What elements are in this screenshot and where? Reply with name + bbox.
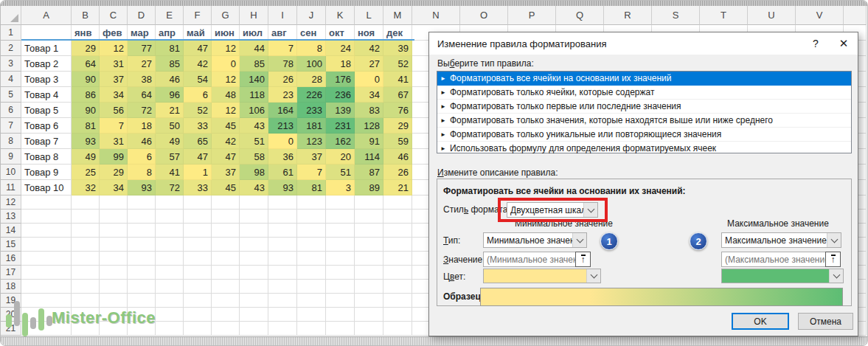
row-header-8[interactable]: 8 <box>1 134 21 149</box>
empty-cell[interactable] <box>240 266 268 280</box>
data-cell[interactable]: 49 <box>156 134 184 149</box>
empty-cell[interactable] <box>21 266 72 280</box>
data-cell[interactable]: 114 <box>355 149 383 165</box>
column-header-J[interactable]: J <box>297 6 326 25</box>
empty-cell[interactable] <box>240 280 268 294</box>
rule-type-item-4[interactable]: ►Форматировать только значения, которые … <box>437 114 851 128</box>
data-cell[interactable]: 34 <box>355 87 383 103</box>
row-header-18[interactable]: 18 <box>1 280 21 294</box>
data-cell[interactable]: 61 <box>268 165 297 180</box>
empty-cell[interactable] <box>72 224 100 238</box>
data-cell[interactable]: 8 <box>128 165 156 180</box>
data-cell[interactable]: 7 <box>297 165 326 180</box>
data-cell[interactable]: 213 <box>268 118 297 134</box>
ok-button[interactable]: OK <box>732 313 789 330</box>
column-header-A[interactable]: A <box>21 6 72 25</box>
empty-cell[interactable] <box>383 266 412 280</box>
empty-cell[interactable] <box>212 252 240 266</box>
data-cell[interactable]: 31 <box>100 56 128 72</box>
empty-cell[interactable] <box>128 252 156 266</box>
empty-cell[interactable] <box>355 266 383 280</box>
empty-cell[interactable] <box>326 210 355 224</box>
data-cell[interactable]: 77 <box>128 41 156 56</box>
row-header-6[interactable]: 6 <box>1 103 21 118</box>
column-header-F[interactable]: F <box>184 6 212 25</box>
empty-cell[interactable] <box>128 224 156 238</box>
column-header-I[interactable]: I <box>268 6 297 25</box>
column-header-E[interactable]: E <box>156 6 184 25</box>
month-header-cell[interactable]: июн <box>212 25 240 41</box>
data-cell[interactable]: 26 <box>268 72 297 87</box>
data-cell[interactable]: 33 <box>184 118 212 134</box>
data-cell[interactable]: 47 <box>184 149 212 165</box>
data-cell[interactable]: 67 <box>383 87 412 103</box>
empty-cell[interactable] <box>297 224 326 238</box>
product-label-cell[interactable]: Товар 4 <box>21 87 72 103</box>
data-cell[interactable]: 46 <box>383 149 412 165</box>
data-cell[interactable]: 87 <box>355 165 383 180</box>
row-header-11[interactable]: 11 <box>1 180 21 196</box>
empty-cell[interactable] <box>72 280 100 294</box>
cancel-button[interactable]: Отмена <box>798 313 853 330</box>
max-value-input[interactable]: (Максимальное значение <box>721 252 826 267</box>
data-cell[interactable]: 85 <box>156 56 184 72</box>
data-cell[interactable]: 106 <box>240 103 268 118</box>
empty-cell[interactable] <box>383 224 412 238</box>
data-cell[interactable]: 93 <box>72 134 100 149</box>
month-header-cell[interactable]: апр <box>156 25 184 41</box>
empty-cell[interactable] <box>212 322 240 336</box>
empty-cell[interactable] <box>355 210 383 224</box>
empty-cell[interactable] <box>100 196 128 210</box>
column-header-N[interactable]: N <box>412 6 460 25</box>
data-cell[interactable]: 181 <box>297 118 326 134</box>
empty-cell[interactable] <box>100 210 128 224</box>
select-all-corner[interactable] <box>1 6 21 25</box>
empty-cell[interactable] <box>240 294 268 308</box>
month-header-cell[interactable]: авг <box>268 25 297 41</box>
data-cell[interactable]: 0 <box>268 134 297 149</box>
data-cell[interactable]: 43 <box>240 180 268 196</box>
data-cell[interactable]: 85 <box>240 56 268 72</box>
empty-cell[interactable] <box>21 210 72 224</box>
data-cell[interactable]: 45 <box>212 118 240 134</box>
data-cell[interactable]: 29 <box>72 41 100 56</box>
data-cell[interactable]: 59 <box>383 134 412 149</box>
data-cell[interactable]: 7 <box>100 118 128 134</box>
empty-cell[interactable] <box>326 238 355 252</box>
empty-cell[interactable] <box>383 252 412 266</box>
data-cell[interactable]: 24 <box>326 41 355 56</box>
data-cell[interactable]: 81 <box>156 41 184 56</box>
data-cell[interactable]: 46 <box>128 134 156 149</box>
data-cell[interactable]: 98 <box>240 165 268 180</box>
empty-cell[interactable] <box>100 224 128 238</box>
row-header-15[interactable]: 15 <box>1 238 21 252</box>
empty-cell[interactable] <box>383 322 412 336</box>
empty-cell[interactable] <box>184 210 212 224</box>
data-cell[interactable]: 64 <box>128 87 156 103</box>
empty-cell[interactable] <box>268 252 297 266</box>
empty-cell[interactable] <box>156 252 184 266</box>
empty-cell[interactable] <box>268 224 297 238</box>
min-type-dropdown[interactable]: Минимальное значение <box>483 232 587 248</box>
empty-cell[interactable] <box>383 308 412 322</box>
empty-cell[interactable] <box>268 308 297 322</box>
empty-cell[interactable] <box>297 266 326 280</box>
product-label-cell[interactable]: Товар 1 <box>21 41 72 56</box>
data-cell[interactable]: 18 <box>326 56 355 72</box>
column-header-G[interactable]: G <box>212 6 240 25</box>
data-cell[interactable]: 89 <box>355 180 383 196</box>
empty-cell[interactable] <box>128 210 156 224</box>
empty-cell[interactable] <box>212 238 240 252</box>
row-header-1[interactable]: 1 <box>1 25 21 41</box>
min-value-input[interactable]: (Минимальное значение <box>483 252 576 267</box>
data-cell[interactable]: 41 <box>383 72 412 87</box>
empty-cell[interactable] <box>128 196 156 210</box>
empty-cell[interactable] <box>326 280 355 294</box>
column-header-P[interactable]: P <box>508 6 556 25</box>
data-cell[interactable]: 128 <box>355 118 383 134</box>
data-cell[interactable]: 34 <box>100 180 128 196</box>
month-header-cell[interactable]: ноя <box>355 25 383 41</box>
data-cell[interactable]: 140 <box>240 72 268 87</box>
empty-cell[interactable] <box>240 224 268 238</box>
rule-type-item-3[interactable]: ►Форматировать только первые или последн… <box>437 100 851 114</box>
